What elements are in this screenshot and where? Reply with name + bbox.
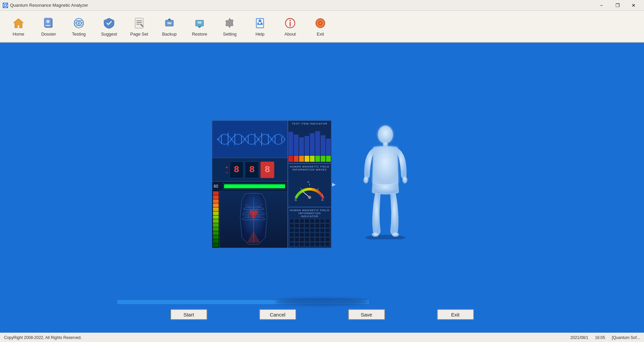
indicator-bar-4 <box>305 136 309 162</box>
indicator-bar-6 <box>315 131 320 162</box>
pageset-label: Page Set <box>130 32 148 37</box>
svg-point-46 <box>244 138 246 140</box>
svg-marker-3 <box>13 18 23 28</box>
toolbar-item-pageset[interactable]: Page Set <box>124 12 154 41</box>
dossier-label: Dossier <box>41 32 56 37</box>
indicator-grid <box>289 219 330 246</box>
save-button[interactable]: Save <box>348 309 385 320</box>
start-button[interactable]: Start <box>170 309 207 320</box>
toolbar-item-about[interactable]: About <box>275 12 305 41</box>
level-seg11 <box>213 231 219 235</box>
suggest-label: Suggest <box>101 32 117 37</box>
indicator-bar-5 <box>310 133 315 162</box>
progress-row: 60 <box>212 181 287 191</box>
svg-marker-18 <box>167 18 171 20</box>
close-button[interactable]: ✕ <box>626 0 641 11</box>
level-seg4 <box>213 203 219 207</box>
test-indicator-title: Test Item Indicator <box>289 122 330 125</box>
magnetic-indicator-title: HUMAN MAGNETIC FIELDINFORMATION INDICATO… <box>289 209 330 218</box>
svg-point-44 <box>217 138 219 140</box>
progress-bar-container <box>223 183 286 189</box>
progress-number: 60 <box>214 184 222 189</box>
copyright-text: CopyRight 2008-2022, All Rights Reserved… <box>4 335 82 340</box>
minimize-button[interactable]: − <box>594 0 609 11</box>
about-icon <box>283 16 297 30</box>
help-icon <box>253 16 267 30</box>
toolbar-item-help[interactable]: Help <box>245 12 275 41</box>
body-image <box>220 191 287 248</box>
3d-body-figure <box>338 120 432 241</box>
titlebar: Quantum Resonance Magnetic Analyzer − ❐ … <box>0 0 644 11</box>
svg-point-45 <box>230 138 232 140</box>
titlebar-left: Quantum Resonance Magnetic Analyzer <box>3 3 88 8</box>
level-seg8 <box>213 219 219 223</box>
magnetic-waves-title: HUMAN MAGNETIC FIELDINFORMATION WAVES <box>289 165 330 171</box>
action-buttons-row: Start Cancel Save Exit <box>0 309 644 320</box>
digital-display: + − 8 8 8 <box>212 158 287 181</box>
svg-rect-22 <box>198 21 202 23</box>
exit-toolbar-label: Exit <box>317 32 324 37</box>
about-label: About <box>284 32 296 37</box>
toolbar: Home Dossier Testing <box>0 11 644 43</box>
svg-rect-13 <box>135 18 143 28</box>
svg-point-27 <box>289 20 291 21</box>
svg-point-1 <box>5 5 6 6</box>
svg-text:低: 低 <box>294 199 297 201</box>
level-seg10 <box>213 227 219 231</box>
svg-point-48 <box>271 138 273 140</box>
home-icon <box>11 16 25 30</box>
level-seg6 <box>213 211 219 215</box>
toolbar-item-home[interactable]: Home <box>3 12 34 41</box>
magnetic-waves-panel: HUMAN MAGNETIC FIELDINFORMATION WAVES <box>288 164 332 207</box>
indicator-bar-3 <box>299 137 304 162</box>
maximize-button[interactable]: ❐ <box>610 0 625 11</box>
toolbar-item-exit[interactable]: Exit <box>305 12 335 41</box>
toolbar-item-dossier[interactable]: Dossier <box>34 12 64 41</box>
statusbar: CopyRight 2008-2022, All Rights Reserved… <box>0 333 644 342</box>
indicator-bar-8 <box>326 139 331 162</box>
level-high <box>213 191 219 195</box>
indicator-bar-7 <box>321 135 325 162</box>
toolbar-item-backup[interactable]: Backup <box>154 12 184 41</box>
svg-point-68 <box>392 233 399 237</box>
setting-icon <box>223 16 237 30</box>
dossier-icon <box>42 16 56 30</box>
restore-icon <box>193 16 207 30</box>
sign-indicator: + − <box>225 164 228 175</box>
body-scan <box>212 191 287 248</box>
time-text: 16:05 <box>595 335 605 340</box>
svg-text:高: 高 <box>321 199 324 201</box>
level-seg2 <box>213 195 219 199</box>
svg-point-47 <box>257 138 259 140</box>
pageset-icon <box>132 16 146 30</box>
restore-label: Restore <box>192 32 207 37</box>
svg-point-66 <box>402 177 407 183</box>
svg-point-61 <box>308 196 311 199</box>
svg-line-55 <box>317 188 319 190</box>
svg-point-24 <box>259 19 261 22</box>
left-panel: + − 8 8 8 60 <box>212 120 288 248</box>
cancel-button[interactable]: Cancel <box>259 309 296 320</box>
indicator-bar-1 <box>288 132 293 162</box>
dna-section <box>212 121 287 158</box>
level-low <box>213 243 219 247</box>
magnetic-indicator-panel: HUMAN MAGNETIC FIELDINFORMATION INDICATO… <box>288 207 332 248</box>
main-area: + − 8 8 8 60 <box>0 43 644 333</box>
digit-1: 8 <box>229 161 244 178</box>
digit-2: 8 <box>245 161 259 178</box>
toolbar-item-testing[interactable]: Testing <box>64 12 94 41</box>
backup-label: Backup <box>162 32 176 37</box>
svg-text:中: 中 <box>307 181 310 183</box>
panel-arrow-indicator: ▶ <box>332 182 336 187</box>
toolbar-item-restore[interactable]: Restore <box>184 12 215 41</box>
app-text: [Quantum Sof... <box>612 335 640 340</box>
suggest-icon <box>102 16 116 30</box>
level-seg3 <box>213 199 219 203</box>
toolbar-item-suggest[interactable]: Suggest <box>94 12 124 41</box>
level-seg9 <box>213 223 219 227</box>
svg-point-33 <box>319 22 321 24</box>
svg-point-65 <box>364 177 368 183</box>
toolbar-item-setting[interactable]: Setting <box>215 12 245 41</box>
help-label: Help <box>256 32 265 37</box>
exit-button[interactable]: Exit <box>437 309 474 320</box>
